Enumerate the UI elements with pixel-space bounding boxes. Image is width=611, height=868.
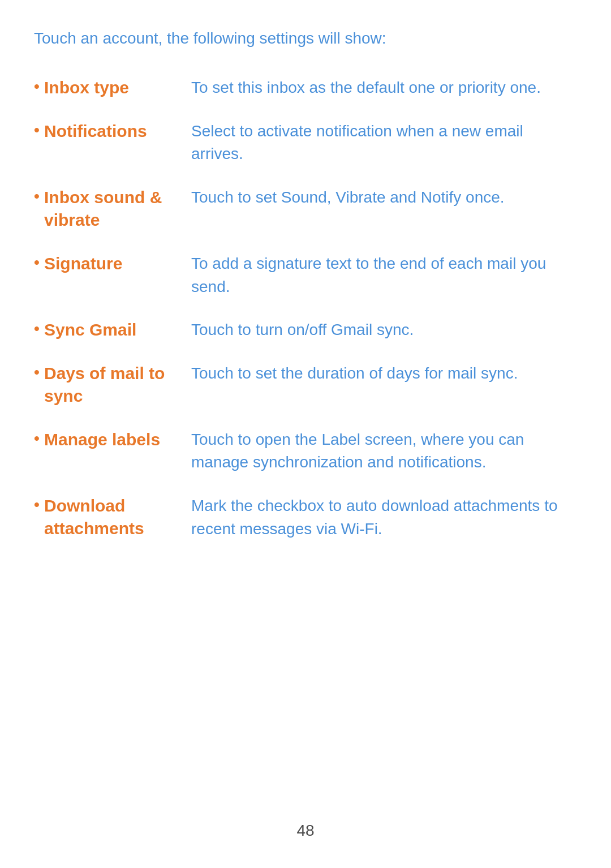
intro-text: Touch an account, the following settings… (34, 27, 577, 49)
term-notifications: Notifications (44, 122, 147, 140)
description-cell-sync-gmail: Touch to turn on/off Gmail sync. (191, 319, 577, 362)
bullet-signature: • (34, 252, 44, 319)
description-notifications: Select to activate notification when a n… (191, 122, 523, 163)
settings-table: • Inbox type To set this inbox as the de… (34, 76, 577, 561)
term-manage-labels: Manage labels (44, 430, 160, 449)
settings-row-signature: • Signature To add a signature text to t… (34, 252, 577, 319)
term-cell-days-of-mail: Days of mail to sync (44, 362, 191, 428)
term-sync-gmail: Sync Gmail (44, 320, 136, 339)
description-manage-labels: Touch to open the Label screen, where yo… (191, 431, 524, 471)
description-cell-days-of-mail: Touch to set the duration of days for ma… (191, 362, 577, 428)
settings-row-inbox-sound-vibrate: • Inbox sound & vibrate Touch to set Sou… (34, 186, 577, 252)
description-signature: To add a signature text to the end of ea… (191, 255, 546, 295)
settings-row-inbox-type: • Inbox type To set this inbox as the de… (34, 76, 577, 120)
term-cell-signature: Signature (44, 252, 191, 319)
description-cell-signature: To add a signature text to the end of ea… (191, 252, 577, 319)
settings-row-days-of-mail: • Days of mail to sync Touch to set the … (34, 362, 577, 428)
term-cell-download-attachments: Download attachments (44, 495, 191, 561)
bullet-download-attachments: • (34, 495, 44, 561)
settings-row-download-attachments: • Download attachments Mark the checkbox… (34, 495, 577, 561)
description-days-of-mail: Touch to set the duration of days for ma… (191, 364, 518, 382)
term-cell-inbox-type: Inbox type (44, 76, 191, 120)
description-inbox-sound-vibrate: Touch to set Sound, Vibrate and Notify o… (191, 188, 505, 206)
term-days-of-mail: Days of mail to sync (44, 364, 165, 406)
description-download-attachments: Mark the checkbox to auto download attac… (191, 497, 558, 538)
description-cell-notifications: Select to activate notification when a n… (191, 120, 577, 186)
description-cell-inbox-type: To set this inbox as the default one or … (191, 76, 577, 120)
bullet-notifications: • (34, 120, 44, 186)
settings-row-notifications: • Notifications Select to activate notif… (34, 120, 577, 186)
page-container: Touch an account, the following settings… (0, 0, 611, 606)
bullet-manage-labels: • (34, 428, 44, 495)
term-cell-sync-gmail: Sync Gmail (44, 319, 191, 362)
settings-row-sync-gmail: • Sync Gmail Touch to turn on/off Gmail … (34, 319, 577, 362)
bullet-inbox-sound-vibrate: • (34, 186, 44, 252)
description-cell-download-attachments: Mark the checkbox to auto download attac… (191, 495, 577, 561)
bullet-inbox-type: • (34, 76, 44, 120)
bullet-days-of-mail: • (34, 362, 44, 428)
page-number: 48 (296, 822, 314, 840)
term-inbox-sound-vibrate: Inbox sound & vibrate (44, 188, 162, 230)
description-sync-gmail: Touch to turn on/off Gmail sync. (191, 321, 414, 338)
term-cell-inbox-sound-vibrate: Inbox sound & vibrate (44, 186, 191, 252)
term-download-attachments: Download attachments (44, 496, 144, 538)
term-inbox-type: Inbox type (44, 78, 129, 97)
term-cell-notifications: Notifications (44, 120, 191, 186)
description-cell-inbox-sound-vibrate: Touch to set Sound, Vibrate and Notify o… (191, 186, 577, 252)
term-signature: Signature (44, 254, 122, 273)
settings-row-manage-labels: • Manage labels Touch to open the Label … (34, 428, 577, 495)
description-cell-manage-labels: Touch to open the Label screen, where yo… (191, 428, 577, 495)
term-cell-manage-labels: Manage labels (44, 428, 191, 495)
bullet-sync-gmail: • (34, 319, 44, 362)
description-inbox-type: To set this inbox as the default one or … (191, 79, 541, 96)
